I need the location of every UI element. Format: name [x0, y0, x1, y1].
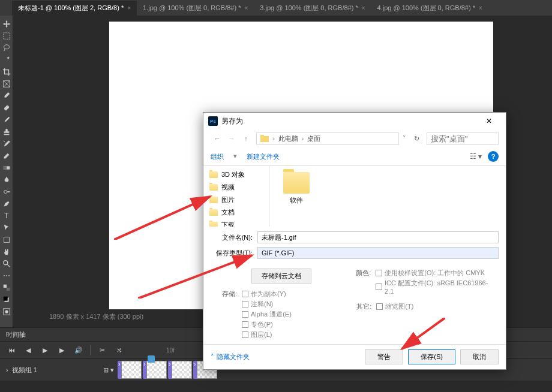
transition-icon[interactable]: ⤭: [113, 345, 124, 355]
marquee-tool-icon[interactable]: [0, 30, 13, 42]
nav-item[interactable]: 文档: [203, 206, 269, 219]
nav-item[interactable]: 3D 对象: [203, 168, 269, 181]
move-tool-icon[interactable]: [0, 18, 13, 30]
nav-up-icon[interactable]: ↑: [239, 132, 253, 145]
playhead-icon[interactable]: [148, 355, 155, 363]
option-alpha[interactable]: Alpha 通道(E): [242, 310, 292, 319]
brush-tool-icon[interactable]: [0, 114, 13, 126]
option-icc[interactable]: ICC 配置文件(C): sRGB IEC61966-2.1: [376, 279, 494, 295]
document-tab-0[interactable]: 未标题-1 @ 100% (图层 2, RGB/8) * ×: [12, 1, 137, 16]
filename-input[interactable]: [257, 231, 499, 243]
quick-mask-icon[interactable]: [0, 306, 13, 318]
file-item[interactable]: 软件: [275, 172, 317, 205]
document-size-info: 1890 像素 x 1417 像素 (300 ppi): [49, 312, 143, 321]
close-icon[interactable]: ×: [127, 5, 131, 11]
prev-frame-icon[interactable]: ◀: [23, 345, 34, 355]
checkbox-icon[interactable]: [242, 301, 248, 307]
play-icon[interactable]: ▶: [40, 345, 50, 355]
option-layers[interactable]: 图层(L): [242, 330, 292, 339]
checkbox-icon[interactable]: [242, 331, 248, 338]
color-swatch-icon[interactable]: [0, 294, 13, 306]
option-as-copy[interactable]: 作为副本(Y): [242, 290, 292, 298]
close-icon[interactable]: ✕: [477, 113, 501, 129]
warn-button[interactable]: 警告: [365, 349, 403, 364]
option-thumbnail[interactable]: 缩览图(T): [376, 302, 413, 311]
audio-icon[interactable]: 🔊: [73, 345, 84, 355]
nav-back-icon[interactable]: ←: [211, 132, 224, 145]
view-options-icon[interactable]: ☷ ▾: [470, 152, 482, 161]
document-tab-2[interactable]: 3.jpg @ 100% (图层 0, RGB/8#) * ×: [254, 1, 371, 16]
chevron-up-icon: ˄: [211, 353, 214, 361]
track-header[interactable]: › 视频组 1 ⊞ ▾: [6, 366, 114, 375]
document-tab-3[interactable]: 4.jpg @ 100% (图层 0, RGB/8#) * ×: [371, 1, 488, 16]
clip-item[interactable]: ›: [143, 361, 167, 379]
checkbox-icon[interactable]: [242, 321, 248, 328]
new-folder-button[interactable]: 新建文件夹: [247, 152, 280, 161]
tool-more-icon[interactable]: ⋯: [0, 270, 13, 282]
pen-tool-icon[interactable]: [0, 198, 13, 210]
cancel-button[interactable]: 取消: [460, 349, 499, 364]
blur-tool-icon[interactable]: [0, 174, 13, 186]
help-icon[interactable]: ?: [488, 151, 499, 162]
option-notes[interactable]: 注释(N): [242, 300, 292, 309]
crop-tool-icon[interactable]: [0, 66, 13, 78]
refresh-icon[interactable]: ↻: [410, 135, 423, 143]
track-options-icon[interactable]: ⊞ ▾: [103, 366, 114, 374]
clip-item[interactable]: ›: [118, 361, 142, 379]
zoom-tool-icon[interactable]: [0, 258, 13, 270]
nav-forward-icon[interactable]: →: [225, 132, 238, 145]
dropdown-icon[interactable]: ˅: [403, 135, 406, 143]
frame-ruler[interactable]: 10f: [142, 347, 175, 354]
eyedropper-tool-icon[interactable]: [0, 90, 13, 102]
next-frame-icon[interactable]: ▶: [56, 345, 67, 355]
path-segment[interactable]: 此电脑: [278, 134, 298, 143]
option-spot[interactable]: 专色(P): [242, 320, 292, 329]
chevron-right-icon[interactable]: ›: [6, 366, 8, 373]
checkbox-icon[interactable]: [242, 311, 248, 318]
save-button[interactable]: 保存(S): [408, 349, 455, 364]
magic-wand-tool-icon[interactable]: [0, 54, 13, 66]
checkbox-icon[interactable]: [242, 291, 248, 297]
hand-tool-icon[interactable]: [0, 246, 13, 258]
path-select-tool-icon[interactable]: [0, 222, 13, 234]
edit-toolbar-icon[interactable]: [0, 282, 13, 294]
frame-tool-icon[interactable]: [0, 78, 13, 90]
filetype-label: 保存类型(T):: [211, 249, 253, 258]
dodge-tool-icon[interactable]: [0, 186, 13, 198]
nav-item[interactable]: 下载: [203, 219, 269, 227]
checkbox-icon[interactable]: [376, 303, 383, 310]
close-icon[interactable]: ×: [362, 5, 365, 11]
folder-icon: [283, 172, 310, 194]
breadcrumb[interactable]: › 此电脑 › 桌面: [256, 132, 399, 145]
history-brush-tool-icon[interactable]: [0, 138, 13, 150]
lasso-tool-icon[interactable]: [0, 42, 13, 54]
gradient-tool-icon[interactable]: [0, 162, 13, 174]
nav-item[interactable]: 图片: [203, 194, 269, 206]
close-icon[interactable]: ×: [244, 5, 248, 11]
nav-item[interactable]: 视频: [203, 181, 269, 194]
split-icon[interactable]: ✂: [97, 345, 107, 355]
text-tool-icon[interactable]: T: [0, 210, 13, 222]
save-group-label: 存储:: [215, 290, 237, 340]
hide-folders-link[interactable]: ˄隐藏文件夹: [211, 352, 250, 361]
search-input[interactable]: [427, 132, 499, 145]
healing-tool-icon[interactable]: [0, 102, 13, 114]
svg-point-1: [4, 45, 10, 49]
app-icon: Ps: [208, 116, 218, 126]
organize-menu[interactable]: 组织: [211, 152, 224, 161]
save-to-cloud-button[interactable]: 存储到云文档: [251, 269, 311, 284]
checkbox-icon[interactable]: [376, 270, 382, 276]
eraser-tool-icon[interactable]: [0, 150, 13, 162]
first-frame-icon[interactable]: ⏮: [6, 345, 17, 355]
shape-tool-icon[interactable]: [0, 234, 13, 246]
document-tab-1[interactable]: 1.jpg @ 100% (图层 0, RGB/8#) * ×: [137, 1, 254, 16]
option-proof[interactable]: 使用校样设置(O): 工作中的 CMYK: [376, 269, 494, 278]
file-list[interactable]: 软件: [269, 166, 506, 227]
path-segment[interactable]: 桌面: [307, 134, 320, 143]
close-icon[interactable]: ×: [479, 5, 482, 11]
checkbox-icon[interactable]: [376, 284, 382, 290]
dialog-title: 另存为: [221, 116, 243, 126]
filetype-select[interactable]: GIF (*.GIF): [257, 247, 499, 259]
clip-item[interactable]: ›: [168, 361, 192, 379]
stamp-tool-icon[interactable]: [0, 126, 13, 138]
